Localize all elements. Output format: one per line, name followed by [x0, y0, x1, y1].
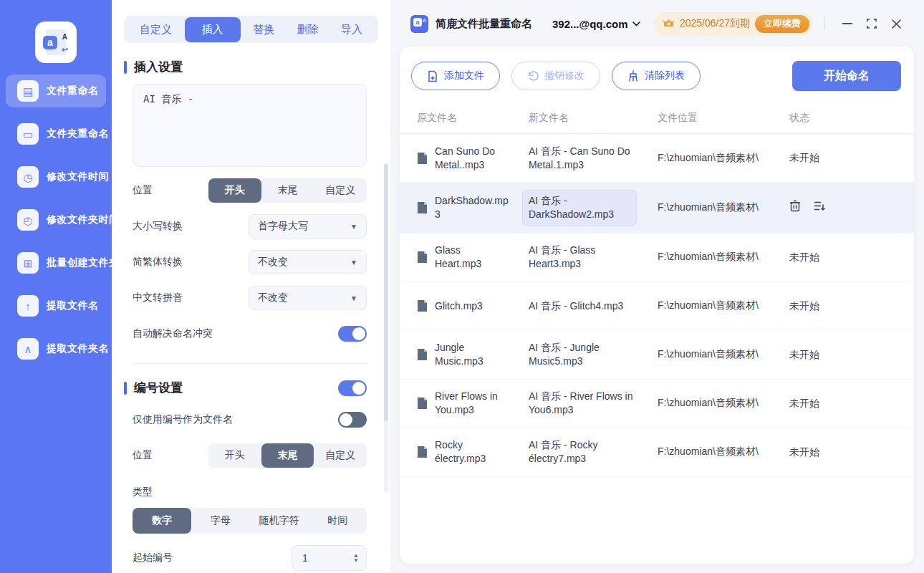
segment-option[interactable]: 自定义	[314, 443, 367, 468]
account-menu[interactable]: 392...@qq.com	[552, 18, 640, 30]
table-row[interactable]: Jungle Music.mp3 AI 音乐 - Jungle Music5.m…	[400, 331, 914, 380]
segment-option[interactable]: 开头	[208, 178, 261, 203]
start-rename-button[interactable]: 开始命名	[792, 61, 901, 91]
sidebar-item-icon: ◷	[17, 166, 39, 188]
sidebar-item-icon: ↑	[17, 295, 39, 317]
table-row[interactable]: Glitch.mp3 AI 音乐 - Glitch4.mp3 F:\zhuomi…	[400, 282, 914, 331]
tradsimp-dropdown[interactable]: 不改变 ▼	[249, 250, 367, 274]
case-label: 大小写转换	[133, 220, 183, 233]
sidebar-item-label: 提取文件夹名	[47, 342, 109, 355]
file-icon	[417, 152, 428, 165]
segment-option[interactable]: 自定义	[314, 178, 367, 203]
logo-capital-a-glyph: A	[62, 33, 67, 41]
delete-row-icon[interactable]	[789, 200, 801, 212]
chevron-down-icon	[632, 21, 640, 27]
segment-option[interactable]: 数字	[133, 508, 191, 534]
numbering-enabled-toggle[interactable]	[338, 380, 367, 396]
mode-tab[interactable]: 自定义	[130, 18, 182, 42]
sidebar-item[interactable]: ↑ 提取文件名	[6, 289, 106, 322]
start-number-label: 起始编号	[133, 552, 173, 564]
file-path: F:\zhuomian\音频素材\	[658, 152, 789, 165]
insert-settings-header: 插入设置	[124, 59, 367, 75]
position-label: 位置	[133, 184, 153, 197]
add-file-icon	[427, 70, 438, 82]
main-panel: aA 简鹿文件批量重命名 392...@qq.com 2025/06/27到期 …	[390, 0, 924, 573]
stepper-arrows-icon[interactable]: ▲▼	[353, 553, 359, 563]
conflict-toggle[interactable]	[338, 326, 367, 342]
table-row[interactable]: DarkShadow.mp3 AI 音乐 - DarkShadow2.mp3 F…	[400, 183, 914, 233]
maximize-button[interactable]	[860, 11, 884, 36]
file-path: F:\zhuomian\音频素材\	[658, 299, 789, 312]
status-text: 未开始	[789, 398, 819, 409]
sidebar-item[interactable]: ∧ 提取文件夹名	[6, 332, 106, 365]
new-filename: AI 音乐 - Rocky électry7.mp3	[529, 438, 637, 466]
column-original-name: 原文件名	[417, 112, 529, 125]
table-row[interactable]: Rocky électry.mp3 AI 音乐 - Rocky électry7…	[400, 428, 914, 477]
table-header: 原文件名 新文件名 文件位置 状态	[400, 102, 914, 134]
original-filename: Glass Heart.mp3	[435, 244, 509, 271]
sidebar-item[interactable]: ▤ 文件重命名	[6, 74, 106, 107]
only-number-toggle[interactable]	[338, 412, 367, 428]
divider	[824, 17, 825, 30]
minimize-button[interactable]	[835, 11, 860, 36]
original-filename: DarkShadow.mp3	[435, 194, 509, 221]
move-row-icon[interactable]	[814, 201, 826, 212]
original-filename: Rocky électry.mp3	[435, 438, 509, 466]
close-icon	[892, 19, 901, 29]
file-list-card: 添加文件 撤销修改 清除列表 开始命名 原文件名 新文件名 文件位置 状态	[400, 47, 914, 564]
original-filename: River Flows in You.mp3	[435, 390, 509, 417]
new-filename: AI 音乐 - Glass Heart3.mp3	[529, 244, 637, 271]
column-new-name: 新文件名	[529, 112, 658, 125]
tradsimp-label: 简繁体转换	[133, 256, 183, 269]
only-number-row: 仅使用编号作为文件名	[133, 408, 367, 432]
sidebar-item-icon: ▭	[17, 123, 39, 145]
segment-option[interactable]: 随机字符	[250, 508, 309, 534]
add-files-button[interactable]: 添加文件	[411, 62, 500, 90]
insert-text-input[interactable]: AI 音乐 -	[133, 84, 367, 167]
renew-button[interactable]: 立即续费	[755, 15, 809, 33]
scrollbar-thumb[interactable]	[384, 163, 388, 421]
vip-icon	[663, 19, 675, 29]
account-email: 392...@qq.com	[552, 18, 628, 30]
segment-option[interactable]: 时间	[308, 508, 367, 534]
broom-icon	[627, 70, 639, 82]
dropdown-arrow-icon: ▼	[350, 223, 357, 231]
new-filename: AI 音乐 - Jungle Music5.mp3	[529, 341, 637, 368]
sidebar-item-label: 修改文件时间	[47, 170, 109, 183]
start-number-stepper[interactable]: ▲▼	[292, 545, 367, 571]
segment-option[interactable]: 末尾	[261, 443, 314, 468]
case-dropdown[interactable]: 首字母大写 ▼	[249, 214, 367, 239]
clear-list-button[interactable]: 清除列表	[612, 62, 701, 90]
file-path: F:\zhuomian\音频素材\	[658, 397, 789, 410]
file-icon	[417, 251, 428, 264]
table-row[interactable]: Can Suno Do Metal..mp3 AI 音乐 - Can Suno …	[400, 134, 914, 183]
start-number-value[interactable]	[302, 552, 338, 564]
titlebar: aA 简鹿文件批量重命名 392...@qq.com 2025/06/27到期 …	[390, 0, 924, 47]
table-row[interactable]: Glass Heart.mp3 AI 音乐 - Glass Heart3.mp3…	[400, 233, 914, 282]
file-icon	[417, 299, 428, 312]
sidebar-item[interactable]: ◷ 修改文件时间	[6, 160, 106, 193]
mode-tab[interactable]: 插入	[185, 17, 241, 42]
pinyin-dropdown[interactable]: 不改变 ▼	[249, 286, 367, 310]
divider	[133, 363, 367, 364]
mode-tab[interactable]: 替换	[243, 18, 284, 42]
sidebar-item[interactable]: ⊞ 批量创建文件夹	[6, 246, 106, 279]
segment-option[interactable]: 开头	[208, 443, 261, 468]
mode-tab[interactable]: 导入	[331, 18, 372, 42]
segment-option[interactable]: 末尾	[261, 178, 314, 203]
number-type-row: 数字 字母 随机字符 时间	[133, 508, 367, 534]
file-path: F:\zhuomian\音频素材\	[658, 446, 789, 458]
sidebar-item-label: 批量创建文件夹	[47, 256, 120, 269]
original-filename: Glitch.mp3	[435, 299, 483, 313]
close-button[interactable]	[884, 11, 908, 36]
undo-button[interactable]: 撤销修改	[511, 62, 600, 90]
case-convert-row: 大小写转换 首字母大写 ▼	[133, 214, 367, 239]
table-row[interactable]: River Flows in You.mp3 AI 音乐 - River Flo…	[400, 380, 914, 428]
sidebar-item[interactable]: ◴ 修改文件夹时间	[6, 203, 106, 236]
mode-tab[interactable]: 删除	[287, 18, 329, 42]
numbering-settings-header: 编号设置	[124, 380, 367, 396]
segment-option[interactable]: 字母	[191, 508, 250, 534]
settings-panel: 自定义 插入 替换 删除 导入 插入设置 AI 音乐 - 位置 开头 末尾 自定…	[112, 0, 390, 573]
sidebar-item[interactable]: ▭ 文件夹重命名	[6, 117, 106, 150]
insert-position-segmented: 开头 末尾 自定义	[208, 178, 367, 203]
